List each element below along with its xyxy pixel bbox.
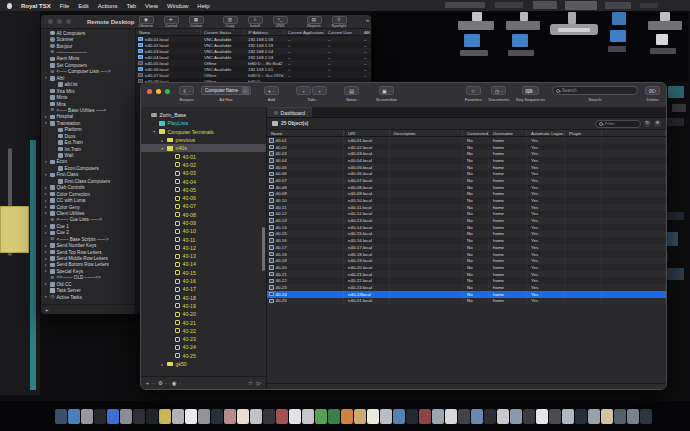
tree-item[interactable]: 40-12 [141, 244, 266, 252]
bonjour-button[interactable]: ⇧⌄ [179, 86, 194, 95]
tab-dashboard[interactable]: Dashboard [267, 107, 313, 117]
table-row[interactable]: 40-22 n40-22.local No home Yes [267, 277, 666, 284]
table-row[interactable]: 40-07 n40-07.local No home Yes [267, 177, 666, 184]
sidebar-scrollbar[interactable] [262, 227, 265, 271]
refresh-button[interactable]: ↻ [644, 120, 651, 127]
column-header-plugin[interactable]: Plugin [565, 130, 602, 136]
ard-toolbar-button[interactable]: ⚲ Spotlight [329, 16, 349, 28]
table-row[interactable]: 40-01 n40-01.local No home Yes [267, 137, 666, 144]
column-header-description[interactable]: Description [390, 130, 463, 136]
ard-toolbar-button[interactable]: ▤ Reports [304, 16, 324, 28]
table-row[interactable]: 40-24 n40-24local No home Yes [267, 291, 666, 298]
table-row[interactable]: 40-05 n40-05.local No home Yes [267, 164, 666, 171]
disclosure-icon[interactable]: ▾ [44, 160, 48, 164]
tree-item[interactable]: 40-20 [141, 310, 266, 318]
dock-icon[interactable] [406, 409, 418, 424]
dock-icon[interactable] [640, 409, 652, 424]
table-row[interactable]: 40-16 n40-16.local No home Yes [267, 237, 666, 244]
tree-item[interactable]: 40-06 [141, 194, 266, 202]
dock-icon[interactable] [55, 409, 67, 424]
table-row[interactable]: 40-25 n40-01.local No home Yes [267, 298, 666, 305]
clear-filter-button[interactable]: ⊗ [654, 120, 661, 127]
disclosure-icon[interactable]: ▸ [44, 186, 48, 190]
disclosure-icon[interactable]: ▸ [44, 250, 48, 254]
table-row[interactable]: 40-02 n40-02.local No home Yes [267, 144, 666, 151]
tree-item[interactable]: 40-13 [141, 252, 266, 260]
rtsx-toolbar[interactable]: ⇧⌄ Bonjour Computer Name ⌄ Ad Hoc +⌄ Add… [141, 83, 666, 107]
menu-item[interactable]: Actions [98, 3, 118, 9]
tree-item[interactable]: 40-03 [141, 169, 266, 177]
tree-item[interactable]: 40-25 [141, 352, 266, 360]
table-row[interactable]: 40-15 n40-15.local No home Yes [267, 231, 666, 238]
table-row[interactable]: n40-07.local Offline fe80:5::...6cc:197d… [136, 72, 371, 78]
tree-item[interactable]: 40-04 [141, 177, 266, 185]
dock-icon[interactable] [536, 409, 548, 424]
dock-icon[interactable] [68, 409, 80, 424]
filter-input[interactable]: Filter [595, 120, 641, 128]
favorites-filter-button[interactable]: ☆ [248, 380, 253, 386]
table-row[interactable]: 40-20 n40-20.local No home Yes [267, 264, 666, 271]
tree-item[interactable]: ▾ Computer.Terminals [141, 128, 266, 136]
dock-icon[interactable] [107, 409, 119, 424]
disclosure-icon[interactable]: ▸ [44, 263, 48, 267]
view-options-button[interactable]: ◉ [172, 380, 177, 386]
ard-toolbar-button[interactable]: ✛ Control [161, 16, 181, 28]
dock-icon[interactable] [224, 409, 236, 424]
close-button[interactable] [147, 89, 152, 94]
tree-item[interactable]: 40-05 [141, 186, 266, 194]
dock-icon[interactable] [263, 409, 275, 424]
ard-toolbar-button[interactable]: >_ UNIX [270, 16, 290, 28]
disclosure-icon[interactable]: ▸ [44, 205, 48, 209]
tree-item[interactable]: 40-17 [141, 285, 266, 293]
tree-item[interactable]: ▸ gk50 [141, 360, 266, 368]
dock-icon[interactable] [211, 409, 223, 424]
documents-button[interactable]: ◷⌄ [491, 86, 506, 95]
tree-item[interactable]: 40-08 [141, 211, 266, 219]
minimize-button[interactable] [57, 19, 62, 24]
dock-icon[interactable] [432, 409, 444, 424]
tree-item[interactable]: 40-16 [141, 277, 266, 285]
dock-icon[interactable] [471, 409, 483, 424]
tree-item[interactable]: 40-09 [141, 219, 266, 227]
table-row[interactable]: 40-21 n40-21.local No home Yes [267, 271, 666, 278]
tree-item[interactable]: 40-21 [141, 318, 266, 326]
table-row[interactable]: 40-14 n40-14.local No home Yes [267, 224, 666, 231]
dock-icon[interactable] [575, 409, 587, 424]
table-row[interactable]: 40-03 n40-03.local No home Yes [267, 150, 666, 157]
dock-icon[interactable] [289, 409, 301, 424]
table-row[interactable]: n40-03.local VNC Available 192.168.1.54 … [136, 48, 371, 54]
tree-item[interactable]: 40-19 [141, 302, 266, 310]
table-row[interactable]: 40-08 n40-08.local No home Yes [267, 184, 666, 191]
column-header-app[interactable]: Current Application [285, 29, 325, 35]
dock-icon[interactable] [562, 409, 574, 424]
table-row[interactable]: 40-12 n40-12.local No home Yes [267, 211, 666, 218]
ard-toolbar-button[interactable]: ◉ Observe [136, 16, 156, 28]
dock-icon[interactable] [250, 409, 262, 424]
disclosure-icon[interactable]: ▸ [160, 362, 165, 367]
add-list-button[interactable]: + [45, 307, 49, 313]
add-connection-button[interactable]: + [146, 380, 149, 386]
table-row[interactable]: n40-06.local VNC Available 192.168.1.61 … [136, 66, 371, 72]
screenshot-button[interactable]: ▣⌄ [379, 86, 394, 95]
disclosure-icon[interactable]: ▸ [44, 192, 48, 196]
zoom-button[interactable] [165, 89, 170, 94]
column-header-username[interactable]: Username [489, 130, 527, 136]
tree-item[interactable]: 40-10 [141, 227, 266, 235]
disclosure-icon[interactable]: ▸ [44, 231, 48, 235]
menu-item[interactable]: File [60, 3, 70, 9]
tree-item[interactable]: PlayLists [141, 119, 266, 127]
menu-app-name[interactable]: Royal TSX [21, 3, 51, 9]
menu-item[interactable]: Edit [78, 3, 88, 9]
tree-item[interactable]: 40-02 [141, 161, 266, 169]
dock-icon[interactable] [133, 409, 145, 424]
favorites-button[interactable]: ☆ [466, 86, 481, 95]
menu-item[interactable]: Tab [126, 3, 136, 9]
disclosure-icon[interactable]: ▸ [160, 138, 165, 143]
dock-icon[interactable] [601, 409, 613, 424]
dock-icon[interactable] [458, 409, 470, 424]
tree-item[interactable]: 40-18 [141, 294, 266, 302]
dock-icon[interactable] [419, 409, 431, 424]
tree-item[interactable]: 40-15 [141, 269, 266, 277]
tree-item[interactable]: 40-11 [141, 235, 266, 243]
tree-item[interactable]: ▸ previous [141, 136, 266, 144]
